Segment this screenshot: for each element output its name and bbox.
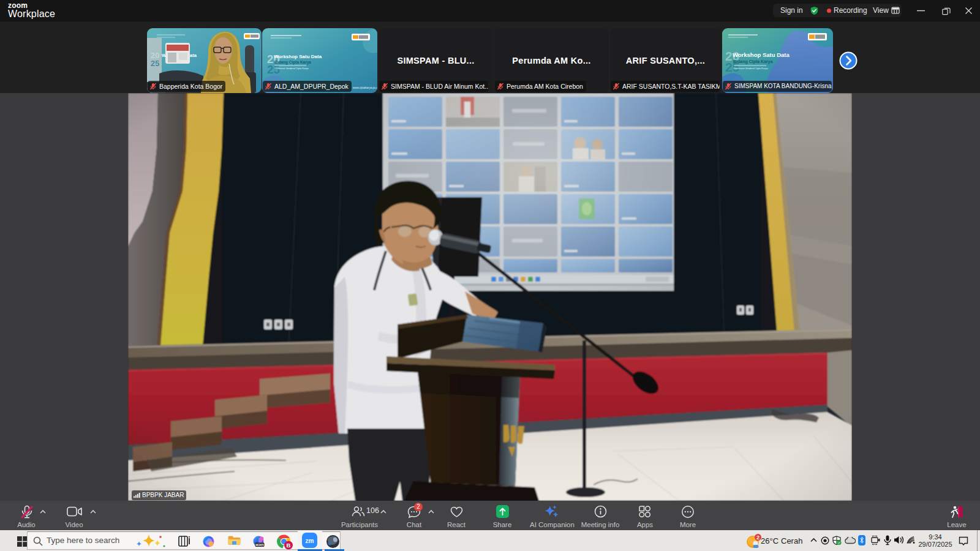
svg-text:M365: M365 bbox=[255, 543, 264, 547]
svg-text:Workshop Satu Data: Workshop Satu Data bbox=[274, 54, 322, 59]
svg-text:Bidang Cipta Karya: Bidang Cipta Karya bbox=[733, 59, 773, 64]
svg-text:2: 2 bbox=[756, 534, 760, 541]
svg-text:www.ciptakarya.pu.go.id: www.ciptakarya.pu.go.id bbox=[353, 86, 377, 89]
svg-text:Bidang Cipta Karya: Bidang Cipta Karya bbox=[274, 60, 311, 65]
svg-text:Direktorat Jenderal Cipta Kary: Direktorat Jenderal Cipta Karya bbox=[274, 67, 309, 70]
svg-text:Workshop Satu Data: Workshop Satu Data bbox=[733, 51, 790, 58]
svg-text:Direktorat Jenderal Cipta Kary: Direktorat Jenderal Cipta Karya bbox=[734, 67, 769, 70]
svg-text:B: B bbox=[287, 542, 291, 549]
svg-text:zm: zm bbox=[306, 538, 314, 544]
svg-text:25: 25 bbox=[151, 59, 159, 68]
